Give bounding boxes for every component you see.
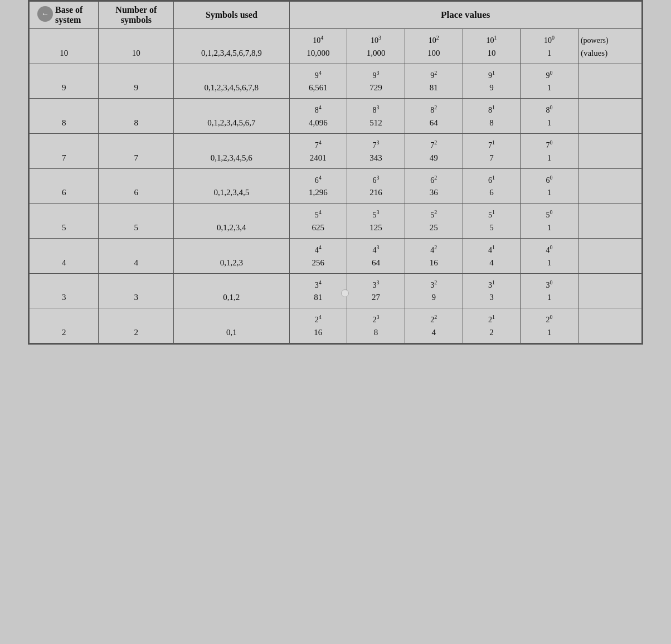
powers-p4-2: 24: [289, 308, 347, 326]
row-v2-6: 36: [405, 186, 463, 204]
powers-p4-cell: 104: [289, 29, 347, 46]
powers-sym-cell: [174, 29, 289, 46]
row-sym-9: 0,1,2,3,4,5,6,7,8: [174, 81, 289, 99]
powers-num-cell-9: [99, 64, 174, 81]
powers-num-cell-8: [99, 99, 174, 116]
row-base-10: 10: [30, 46, 99, 64]
row-label-10: (values): [578, 46, 641, 64]
powers-p1-5: 51: [463, 204, 521, 221]
powers-label-9: [578, 64, 641, 81]
powers-sym-cell-6: [174, 168, 289, 186]
row-sym-8: 0,1,2,3,4,5,6,7: [174, 116, 289, 134]
powers-num-cell: [99, 29, 174, 46]
row-v0-5: 1: [521, 221, 578, 239]
row-v4-5: 625: [289, 221, 347, 239]
row-num-2: 2: [99, 326, 174, 343]
row-v4-6: 1,296: [289, 186, 347, 204]
powers-p1-9: 91: [463, 64, 521, 81]
row-v2-7: 49: [405, 151, 463, 169]
powers-p3-cell: 103: [347, 29, 405, 46]
row-label-6: [578, 186, 641, 204]
row-num-8: 8: [99, 116, 174, 134]
row-v0-9: 1: [521, 81, 578, 99]
row-v3-10: 1,000: [347, 46, 405, 64]
powers-base-cell-5: [30, 204, 99, 221]
header-place-values: Place values: [289, 2, 641, 29]
powers-p2-3: 32: [405, 273, 463, 290]
row-num-3: 3: [99, 290, 174, 308]
powers-num-cell-4: [99, 238, 174, 255]
powers-p3-5: 53: [347, 204, 405, 221]
powers-label-8: [578, 99, 641, 116]
powers-sym-cell-4: [174, 238, 289, 255]
row-sym-3: 0,1,2: [174, 290, 289, 308]
row-num-6: 6: [99, 186, 174, 204]
row-base-4: 4: [30, 256, 99, 274]
powers-p0-5: 50: [521, 204, 578, 221]
powers-p0-7: 70: [521, 133, 578, 151]
powers-base-cell-7: [30, 133, 99, 151]
row-label-5: [578, 221, 641, 239]
powers-sym-cell-9: [174, 64, 289, 81]
row-v2-10: 100: [405, 46, 463, 64]
row-v1-3: 3: [463, 290, 521, 308]
powers-p2-8: 82: [405, 99, 463, 116]
row-sym-7: 0,1,2,3,4,5,6: [174, 151, 289, 169]
row-v2-2: 4: [405, 326, 463, 343]
row-v3-2: 8: [347, 326, 405, 343]
powers-base-cell: [30, 29, 99, 46]
row-label-9: [578, 81, 641, 99]
row-v1-6: 6: [463, 186, 521, 204]
row-base-2: 2: [30, 326, 99, 343]
powers-p4-3: 34: [289, 273, 347, 290]
powers-base-cell-4: [30, 238, 99, 255]
powers-label-2: [578, 308, 641, 326]
row-v4-9: 6,561: [289, 81, 347, 99]
powers-p0-cell: 100: [521, 29, 578, 46]
row-sym-5: 0,1,2,3,4: [174, 221, 289, 239]
powers-label-4: [578, 238, 641, 255]
row-v2-9: 81: [405, 81, 463, 99]
powers-base-cell-6: [30, 168, 99, 186]
powers-p4-4: 44: [289, 238, 347, 255]
row-num-10: 10: [99, 46, 174, 64]
powers-sym-cell-7: [174, 133, 289, 151]
header-base-label: Base ofsystem: [55, 5, 82, 25]
powers-base-cell-3: [30, 273, 99, 290]
place-values-table: ← Base ofsystem Number of symbols Symbol…: [29, 1, 642, 343]
row-v0-3: 1: [521, 290, 578, 308]
powers-p2-cell: 102: [405, 29, 463, 46]
row-v4-8: 4,096: [289, 116, 347, 134]
row-base-7: 7: [30, 151, 99, 169]
row-base-5: 5: [30, 221, 99, 239]
powers-sym-cell-3: [174, 273, 289, 290]
row-v4-4: 256: [289, 256, 347, 274]
back-arrow-icon[interactable]: ←: [37, 6, 53, 22]
powers-p3-9: 93: [347, 64, 405, 81]
row-v4-2: 16: [289, 326, 347, 343]
powers-p0-4: 40: [521, 238, 578, 255]
row-base-9: 9: [30, 81, 99, 99]
row-v3-5: 125: [347, 221, 405, 239]
powers-p3-8: 83: [347, 99, 405, 116]
powers-num-cell-6: [99, 168, 174, 186]
powers-label-3: [578, 273, 641, 290]
powers-p3-6: 63: [347, 168, 405, 186]
powers-p0-9: 90: [521, 64, 578, 81]
powers-num-cell-3: [99, 273, 174, 290]
row-v4-10: 10,000: [289, 46, 347, 64]
row-label-7: [578, 151, 641, 169]
row-v4-3: 81: [289, 290, 347, 308]
powers-p1-3: 31: [463, 273, 521, 290]
row-v0-4: 1: [521, 256, 578, 274]
row-v3-7: 343: [347, 151, 405, 169]
powers-label-cell: (powers): [578, 29, 641, 46]
header-number-label: Number of symbols: [115, 5, 157, 25]
powers-num-cell-2: [99, 308, 174, 326]
powers-p0-2: 20: [521, 308, 578, 326]
powers-label-7: [578, 133, 641, 151]
row-base-8: 8: [30, 116, 99, 134]
powers-label-6: [578, 168, 641, 186]
row-num-9: 9: [99, 81, 174, 99]
row-v1-9: 9: [463, 81, 521, 99]
